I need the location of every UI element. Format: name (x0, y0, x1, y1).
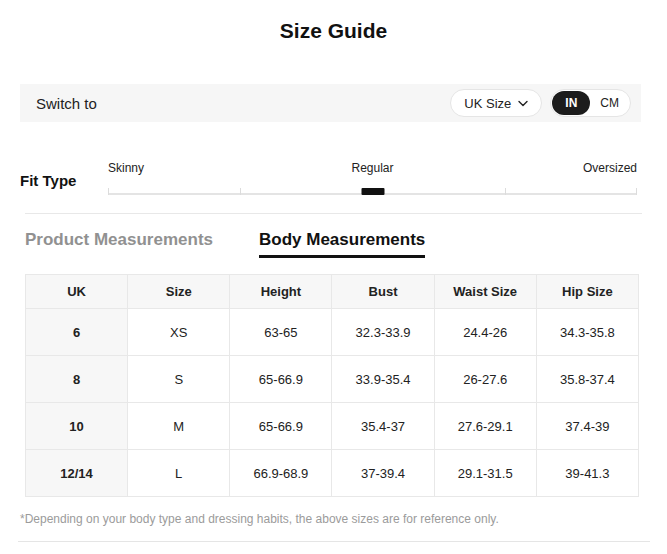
fit-slider-tick (636, 188, 637, 195)
tab-body-measurements[interactable]: Body Measurements (259, 230, 425, 258)
size-system-dropdown[interactable]: UK Size (450, 89, 542, 117)
bottom-divider (18, 541, 650, 542)
section-divider (25, 213, 642, 214)
table-cell: 65-66.9 (230, 356, 332, 403)
table-cell: 34.3-35.8 (536, 309, 638, 356)
table-cell: 35.4-37 (332, 403, 434, 450)
table-cell: 66.9-68.9 (230, 450, 332, 497)
table-cell: 8 (26, 356, 128, 403)
switch-to-label: Switch to (36, 95, 97, 112)
fit-option-regular[interactable]: Regular (351, 161, 393, 175)
table-cell: 6 (26, 309, 128, 356)
switch-controls: UK Size IN CM (450, 89, 631, 117)
table-cell: 33.9-35.4 (332, 356, 434, 403)
fit-slider-tick (505, 188, 506, 195)
unit-option-cm[interactable]: CM (590, 96, 629, 110)
table-row: 6 XS 63-65 32.3-33.9 24.4-26 34.3-35.8 (26, 309, 639, 356)
size-guide-panel: Size Guide Switch to UK Size IN CM Fit T… (0, 0, 667, 554)
table-cell: XS (128, 309, 230, 356)
fit-slider-handle[interactable] (361, 188, 384, 195)
reference-footnote: *Depending on your body type and dressin… (20, 512, 499, 526)
table-cell: 37.4-39 (536, 403, 638, 450)
table-cell: 26-27.6 (434, 356, 536, 403)
column-header-hip: Hip Size (536, 275, 638, 309)
table-row: 8 S 65-66.9 33.9-35.4 26-27.6 35.8-37.4 (26, 356, 639, 403)
table-row: 12/14 L 66.9-68.9 37-39.4 29.1-31.5 39-4… (26, 450, 639, 497)
fit-slider-track[interactable] (108, 187, 637, 195)
fit-slider-tick (240, 188, 241, 195)
table-cell: 32.3-33.9 (332, 309, 434, 356)
table-header-row: UK Size Height Bust Waist Size Hip Size (26, 275, 639, 309)
table-cell: S (128, 356, 230, 403)
table-cell: 65-66.9 (230, 403, 332, 450)
table-cell: 35.8-37.4 (536, 356, 638, 403)
column-header-size: Size (128, 275, 230, 309)
page-title: Size Guide (0, 19, 667, 43)
table-row: 10 M 65-66.9 35.4-37 27.6-29.1 37.4-39 (26, 403, 639, 450)
fit-type-label: Fit Type (20, 172, 76, 189)
fit-type-slider: Skinny Regular Oversized (108, 161, 637, 195)
table-cell: M (128, 403, 230, 450)
table-cell: 39-41.3 (536, 450, 638, 497)
table-cell: 29.1-31.5 (434, 450, 536, 497)
table-cell: L (128, 450, 230, 497)
table-cell: 12/14 (26, 450, 128, 497)
table-cell: 37-39.4 (332, 450, 434, 497)
table-cell: 24.4-26 (434, 309, 536, 356)
column-header-height: Height (230, 275, 332, 309)
body-measurements-table: UK Size Height Bust Waist Size Hip Size … (25, 274, 639, 497)
fit-option-skinny[interactable]: Skinny (108, 161, 144, 175)
fit-slider-tick (108, 188, 109, 195)
chevron-down-icon (518, 100, 528, 107)
table-cell: 27.6-29.1 (434, 403, 536, 450)
unit-toggle: IN CM (550, 89, 631, 117)
size-system-value: UK Size (464, 96, 511, 111)
column-header-uk: UK (26, 275, 128, 309)
unit-option-in[interactable]: IN (552, 91, 590, 115)
switch-bar: Switch to UK Size IN CM (20, 84, 641, 122)
tab-product-measurements[interactable]: Product Measurements (25, 230, 213, 258)
fit-option-oversized[interactable]: Oversized (583, 161, 637, 175)
table-cell: 10 (26, 403, 128, 450)
measurement-tabs: Product Measurements Body Measurements (25, 230, 425, 258)
fit-type-options: Skinny Regular Oversized (108, 161, 637, 176)
column-header-bust: Bust (332, 275, 434, 309)
table-cell: 63-65 (230, 309, 332, 356)
column-header-waist: Waist Size (434, 275, 536, 309)
